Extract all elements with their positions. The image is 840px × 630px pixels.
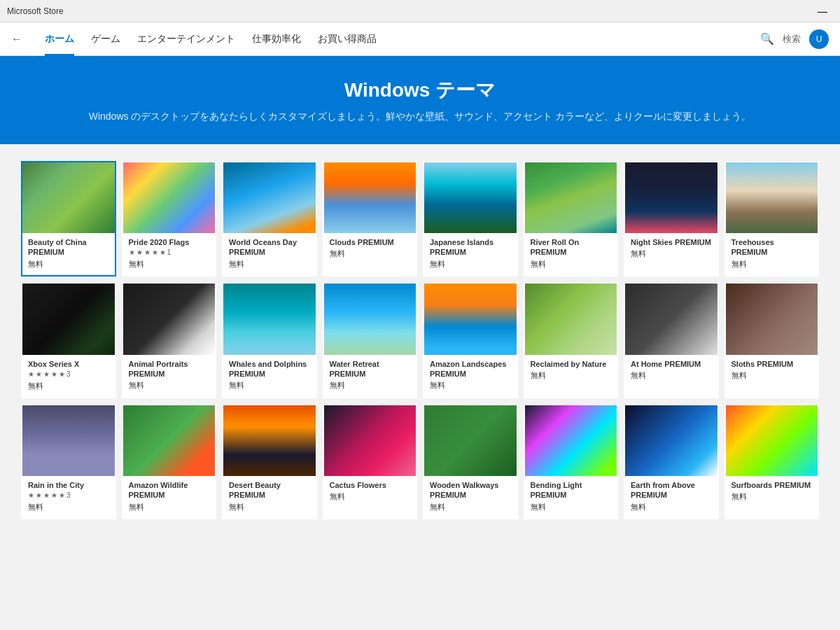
card-stars-pride: ★★★★★1 — [129, 248, 210, 256]
card-earth[interactable]: Earth from Above PREMIUM 無料 — [624, 404, 719, 519]
card-title-whales: Whales and Dolphins PREMIUM — [229, 359, 310, 379]
card-title-sloths: Sloths PREMIUM — [732, 359, 813, 369]
card-info-japanese-islands: Japanese Islands PREMIUM 無料 — [424, 233, 517, 275]
card-info-wooden: Wooden Walkways PREMIUM 無料 — [424, 476, 517, 518]
card-info-whales: Whales and Dolphins PREMIUM 無料 — [223, 355, 316, 397]
card-cactus[interactable]: Cactus Flowers 無料 — [323, 404, 418, 519]
card-bending-light[interactable]: Bending Light PREMIUM 無料 — [524, 404, 619, 519]
card-info-cactus: Cactus Flowers 無料 — [324, 476, 416, 507]
card-stars-xbox: ★★★★★3 — [28, 370, 109, 378]
card-stars-rain-city: ★★★★★3 — [28, 491, 109, 499]
card-thumb-world-oceans — [223, 162, 316, 233]
card-info-beauty-china: Beauty of China PREMIUM 無料 — [22, 233, 115, 275]
card-info-desert: Desert Beauty PREMIUM 無料 — [223, 476, 316, 518]
card-info-reclaimed: Reclaimed by Nature 無料 — [525, 355, 617, 386]
card-animal[interactable]: Animal Portraits PREMIUM 無料 — [122, 282, 217, 398]
minimize-button[interactable]: — — [812, 6, 833, 17]
nav-entertainment[interactable]: エンターテインメント — [137, 22, 235, 56]
card-price-beauty-china: 無料 — [28, 259, 109, 270]
card-info-world-oceans: World Oceans Day PREMIUM 無料 — [223, 233, 316, 275]
app-title: Microsoft Store — [7, 6, 64, 16]
card-thumb-pride — [123, 162, 216, 233]
card-japanese-islands[interactable]: Japanese Islands PREMIUM 無料 — [423, 161, 518, 276]
hero-title: Windows テーマ — [14, 77, 826, 104]
card-rain-city[interactable]: Rain in the City ★★★★★3 無料 — [21, 404, 116, 519]
back-button[interactable]: ← — [11, 33, 22, 46]
card-thumb-surfboards — [726, 405, 818, 476]
card-price-water-retreat: 無料 — [330, 380, 411, 391]
card-thumb-cactus — [324, 405, 416, 476]
card-at-home[interactable]: At Home PREMIUM 無料 — [624, 282, 719, 398]
card-desert[interactable]: Desert Beauty PREMIUM 無料 — [222, 404, 317, 519]
card-amazon-wildlife[interactable]: Amazon Wildlife PREMIUM 無料 — [122, 404, 217, 519]
card-price-cactus: 無料 — [330, 491, 411, 502]
hero-subtitle: Windows のデスクトップをあなたらしくカスタマイズしましょう。鮮やかな壁紙… — [14, 111, 826, 123]
card-thumb-desert — [223, 405, 316, 476]
card-night-skies[interactable]: Night Skies PREMIUM 無料 — [624, 161, 719, 276]
card-thumb-wooden — [424, 405, 517, 476]
card-title-at-home: At Home PREMIUM — [631, 359, 712, 369]
card-price-world-oceans: 無料 — [229, 259, 310, 270]
card-wooden[interactable]: Wooden Walkways PREMIUM 無料 — [423, 404, 518, 519]
card-price-earth: 無料 — [631, 502, 712, 512]
card-treehouses[interactable]: Treehouses PREMIUM 無料 — [724, 161, 820, 276]
card-info-surfboards: Surfboards PREMIUM 無料 — [726, 476, 818, 507]
nav-deals[interactable]: お買い得商品 — [318, 22, 377, 56]
card-price-wooden: 無料 — [430, 502, 511, 512]
card-water-retreat[interactable]: Water Retreat PREMIUM 無料 — [323, 282, 418, 398]
card-price-amazon: 無料 — [430, 380, 511, 391]
card-info-water-retreat: Water Retreat PREMIUM 無料 — [324, 355, 416, 397]
card-title-desert: Desert Beauty PREMIUM — [229, 480, 310, 500]
window-controls[interactable]: — — [812, 5, 833, 18]
card-title-wooden: Wooden Walkways PREMIUM — [430, 480, 511, 500]
user-avatar[interactable]: U — [809, 29, 829, 49]
card-thumb-clouds — [324, 162, 416, 233]
card-thumb-whales — [223, 284, 316, 354]
card-whales[interactable]: Whales and Dolphins PREMIUM 無料 — [222, 282, 317, 398]
card-price-surfboards: 無料 — [732, 491, 813, 502]
card-thumb-earth — [625, 405, 718, 476]
nav-home[interactable]: ホーム — [45, 22, 74, 56]
card-price-xbox: 無料 — [28, 381, 109, 391]
nav-games[interactable]: ゲーム — [91, 22, 120, 56]
card-title-night-skies: Night Skies PREMIUM — [631, 237, 712, 247]
card-world-oceans[interactable]: World Oceans Day PREMIUM 無料 — [222, 161, 317, 276]
card-thumb-water-retreat — [324, 284, 416, 354]
card-title-bending-light: Bending Light PREMIUM — [531, 480, 612, 500]
card-river[interactable]: River Roll On PREMIUM 無料 — [524, 161, 619, 276]
card-info-amazon: Amazon Landscapes PREMIUM 無料 — [424, 355, 517, 397]
card-thumb-xbox — [22, 284, 115, 354]
card-xbox[interactable]: Xbox Series X ★★★★★3 無料 — [21, 282, 116, 398]
card-clouds[interactable]: Clouds PREMIUM 無料 — [323, 161, 418, 276]
card-info-treehouses: Treehouses PREMIUM 無料 — [726, 233, 818, 275]
card-price-desert: 無料 — [229, 502, 310, 512]
card-info-clouds: Clouds PREMIUM 無料 — [324, 233, 416, 265]
card-thumb-at-home — [625, 284, 718, 354]
nav-productivity[interactable]: 仕事効率化 — [252, 22, 301, 56]
card-title-world-oceans: World Oceans Day PREMIUM — [229, 237, 310, 258]
card-title-clouds: Clouds PREMIUM — [330, 237, 411, 247]
nav-right: 🔍 検索 U — [760, 29, 829, 49]
search-icon[interactable]: 🔍 — [760, 32, 774, 46]
card-reclaimed[interactable]: Reclaimed by Nature 無料 — [524, 282, 619, 398]
card-sloths[interactable]: Sloths PREMIUM 無料 — [724, 282, 820, 398]
card-price-night-skies: 無料 — [631, 248, 712, 259]
card-info-amazon-wildlife: Amazon Wildlife PREMIUM 無料 — [123, 476, 216, 518]
card-pride[interactable]: Pride 2020 Flags ★★★★★1 無料 — [122, 161, 217, 276]
card-price-whales: 無料 — [229, 380, 310, 391]
card-price-pride: 無料 — [129, 259, 210, 270]
card-thumb-sloths — [726, 284, 818, 354]
card-amazon[interactable]: Amazon Landscapes PREMIUM 無料 — [423, 282, 518, 398]
card-title-animal: Animal Portraits PREMIUM — [129, 359, 210, 379]
card-price-bending-light: 無料 — [531, 502, 612, 512]
card-surfboards[interactable]: Surfboards PREMIUM 無料 — [724, 404, 820, 519]
card-info-at-home: At Home PREMIUM 無料 — [625, 355, 718, 386]
card-price-animal: 無料 — [129, 380, 210, 391]
card-price-at-home: 無料 — [631, 370, 712, 381]
card-info-river: River Roll On PREMIUM 無料 — [525, 233, 617, 275]
card-price-sloths: 無料 — [732, 370, 813, 381]
card-beauty-china[interactable]: Beauty of China PREMIUM 無料 — [21, 161, 116, 276]
card-title-treehouses: Treehouses PREMIUM — [732, 237, 813, 258]
card-thumb-amazon-wildlife — [123, 405, 216, 476]
card-info-animal: Animal Portraits PREMIUM 無料 — [123, 355, 216, 397]
